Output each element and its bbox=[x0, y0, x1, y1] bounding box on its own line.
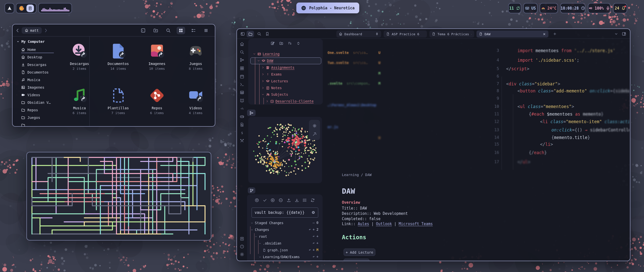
git-row-graph-json[interactable]: graph.json bbox=[263, 247, 288, 253]
git-view-tab[interactable] bbox=[248, 187, 255, 193]
panel-left-toggle-icon[interactable] bbox=[240, 32, 245, 36]
pin-icon[interactable] bbox=[375, 32, 379, 36]
file-item-plantillas[interactable]: Plantillas7 items bbox=[99, 86, 137, 115]
graph-settings-gear-icon[interactable] bbox=[312, 124, 317, 128]
ribbon-terminal-icon[interactable] bbox=[240, 82, 244, 87]
discard-icon[interactable]: ↶ bbox=[309, 248, 311, 252]
app-launcher-button[interactable] bbox=[5, 3, 14, 13]
chevron-down-icon[interactable] bbox=[261, 93, 264, 96]
status-pill-clock[interactable]: 18:08:28 bbox=[560, 3, 585, 13]
discard-icon[interactable]: ↶ bbox=[313, 241, 315, 245]
chevron-down-icon[interactable] bbox=[251, 228, 253, 231]
fm-tool-grid-view[interactable] bbox=[177, 27, 185, 34]
stage-icon[interactable]: + bbox=[316, 255, 318, 259]
stage-icon[interactable]: + bbox=[313, 227, 315, 231]
chevron-down-icon[interactable] bbox=[257, 59, 260, 62]
close-icon[interactable] bbox=[543, 32, 546, 36]
tree-item-lectures[interactable]: Lectures bbox=[261, 78, 288, 84]
sidebar-item-juegos[interactable]: Juegos bbox=[21, 114, 71, 121]
tab-list-chevron-icon[interactable] bbox=[614, 32, 618, 36]
discard-icon[interactable]: ↶ bbox=[313, 234, 315, 238]
git-row-actions[interactable]: ↶+2 bbox=[309, 227, 318, 231]
note-link-aules[interactable]: Aules bbox=[358, 222, 369, 226]
tree-item-daw[interactable]: DAW bbox=[257, 57, 273, 64]
chevron-right-icon[interactable] bbox=[261, 66, 264, 69]
ribbon-gear-icon[interactable] bbox=[240, 252, 244, 257]
file-item-juegos[interactable]: Juegos8 items bbox=[177, 42, 215, 71]
ribbon-code-template-icon[interactable]: <% bbox=[240, 106, 244, 111]
fm-tool-folder-plus[interactable] bbox=[151, 27, 160, 34]
ribbon-help-icon[interactable]: ? bbox=[240, 244, 244, 249]
status-pill-volume[interactable]: 100% bbox=[588, 3, 611, 13]
file-item-descargas[interactable]: Descargas2 items bbox=[61, 42, 98, 71]
stage-icon[interactable]: + bbox=[313, 248, 315, 252]
files-view-button[interactable] bbox=[247, 31, 254, 37]
note-editor-pane[interactable]: One.svelte src\co…UTwo.svelte src\co…UM.… bbox=[325, 39, 629, 261]
status-pill-keyboard-layout[interactable]: US bbox=[523, 3, 538, 13]
status-pill-weather[interactable]: 24°C bbox=[540, 3, 558, 13]
tab-asp-practice-6[interactable]: ASP Practice 6 bbox=[384, 30, 427, 38]
git-row-root[interactable]: root bbox=[255, 233, 267, 240]
file-item-imagenes[interactable]: Imagenes10 items bbox=[138, 42, 176, 71]
ribbon-home-icon[interactable] bbox=[240, 42, 244, 46]
breadcrumb[interactable]: matt bbox=[22, 27, 42, 34]
fm-tool-list-view[interactable] bbox=[189, 27, 198, 34]
ribbon-layout-grid-icon[interactable] bbox=[240, 66, 244, 71]
graph-filter-wand-icon[interactable] bbox=[312, 132, 317, 136]
chevron-down-icon[interactable] bbox=[255, 235, 257, 238]
tree-item-assignments[interactable]: Assignments bbox=[261, 64, 295, 71]
ribbon-calendar-icon[interactable] bbox=[240, 74, 244, 79]
note-link-outlook[interactable]: Outlook bbox=[376, 222, 392, 226]
graph-view-tab[interactable] bbox=[247, 110, 256, 116]
chevron-right-icon[interactable] bbox=[261, 86, 264, 89]
file-item-musica[interactable]: Musica6 items bbox=[61, 86, 98, 115]
action-button--add-note[interactable]: + Add Note bbox=[344, 259, 369, 261]
panel-right-toggle-icon[interactable] bbox=[622, 32, 626, 36]
chevron-right-icon[interactable] bbox=[266, 100, 269, 103]
tree-item-learning[interactable]: Learning bbox=[253, 51, 279, 57]
git-row--obsidian[interactable]: .obsidian bbox=[259, 240, 281, 247]
firefox-icon[interactable] bbox=[18, 5, 25, 12]
git-row-actions[interactable]: ↶+ bbox=[313, 241, 318, 245]
git-row-actions[interactable]: ↶+M bbox=[309, 248, 318, 252]
ribbon-vault-icon[interactable] bbox=[240, 236, 244, 241]
stage-icon[interactable]: + bbox=[316, 241, 318, 245]
action-button--add-lecture[interactable]: + Add Lecture bbox=[344, 249, 375, 256]
file-item-videos[interactable]: Videos4 items bbox=[177, 86, 215, 115]
ribbon-table-icon[interactable] bbox=[240, 90, 244, 95]
discard-icon[interactable]: ↶ bbox=[309, 227, 311, 231]
tab-daw[interactable]: DAW bbox=[476, 30, 548, 38]
git-row-actions[interactable]: ↶+ bbox=[313, 255, 318, 259]
ribbon-git-graph-icon[interactable] bbox=[240, 58, 244, 62]
unstage-icon[interactable]: — bbox=[313, 221, 315, 225]
tree-item-subjects[interactable]: Subjects bbox=[261, 91, 288, 98]
fm-tool-terminal-badge[interactable]: $_ bbox=[139, 27, 147, 34]
ribbon-book-icon[interactable] bbox=[240, 98, 244, 103]
ribbon-tools-icon[interactable] bbox=[240, 139, 244, 143]
ribbon-gamepad-icon[interactable] bbox=[240, 114, 244, 119]
sidebar-item-musica[interactable]: Musica bbox=[21, 76, 71, 84]
note-link-microsoft-teams[interactable]: Microsoft Teams bbox=[399, 222, 433, 226]
tree-item-notes[interactable]: Notes bbox=[261, 85, 282, 91]
ribbon-dollar-icon[interactable]: $ bbox=[240, 130, 244, 135]
fm-tool-compact-view[interactable] bbox=[202, 27, 210, 34]
forward-icon[interactable] bbox=[43, 28, 48, 33]
active-app-chip[interactable] bbox=[26, 5, 34, 12]
chevron-down-icon[interactable] bbox=[259, 242, 261, 245]
status-pill-notifications[interactable]: 24 bbox=[613, 3, 627, 13]
back-icon[interactable] bbox=[15, 28, 20, 33]
git-row-actions[interactable]: —0 bbox=[313, 221, 318, 225]
stage-icon[interactable]: + bbox=[316, 234, 318, 238]
chevron-down-icon[interactable] bbox=[253, 52, 256, 55]
ribbon-file-search-icon[interactable] bbox=[240, 122, 244, 127]
sidebar-item-more[interactable] bbox=[21, 121, 71, 126]
file-item-documentos[interactable]: Documentos14 items bbox=[99, 42, 137, 71]
fm-tool-search[interactable] bbox=[164, 27, 173, 34]
chevron-down-icon[interactable] bbox=[259, 256, 261, 258]
discard-icon[interactable]: ↶ bbox=[313, 255, 315, 259]
git-row-learning-daw-exams[interactable]: Learning/DAW/Exams bbox=[259, 254, 300, 260]
bookmarks-view-icon[interactable] bbox=[265, 32, 269, 36]
chevron-down-icon[interactable] bbox=[251, 222, 253, 224]
status-pill-updates[interactable]: 11 bbox=[508, 3, 521, 13]
now-playing-widget[interactable]: Polyphia - Neurotica bbox=[296, 3, 359, 13]
